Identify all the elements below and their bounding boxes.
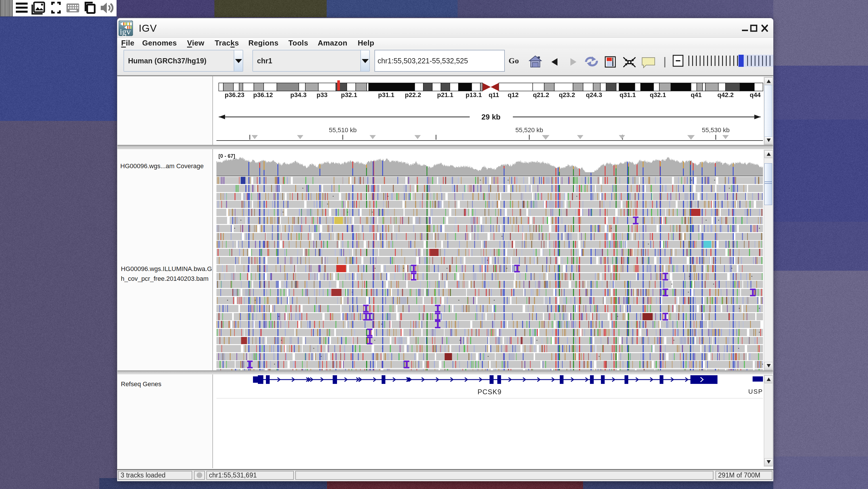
svg-text:q44: q44 — [750, 91, 761, 98]
svg-text:q42.2: q42.2 — [717, 91, 734, 98]
svg-text:55,530 kb: 55,530 kb — [702, 126, 730, 134]
svg-text:p13.1: p13.1 — [466, 91, 482, 98]
svg-text:q31.1: q31.1 — [620, 91, 636, 98]
svg-text:q11: q11 — [489, 91, 499, 98]
svg-text:p21.1: p21.1 — [437, 91, 453, 98]
svg-text:p22.2: p22.2 — [405, 91, 421, 98]
svg-text:q23.2: q23.2 — [559, 91, 575, 98]
svg-text:55,510 kb: 55,510 kb — [329, 126, 357, 134]
svg-text:p36.23: p36.23 — [225, 91, 245, 98]
svg-text:q12: q12 — [508, 91, 519, 98]
svg-text:p34.3: p34.3 — [290, 91, 307, 98]
svg-text:p36.12: p36.12 — [253, 91, 273, 98]
svg-text:q24.3: q24.3 — [586, 91, 602, 98]
svg-text:q32.1: q32.1 — [650, 91, 666, 98]
svg-text:p33: p33 — [317, 91, 328, 98]
svg-text:q41: q41 — [691, 91, 702, 98]
svg-text:29 kb: 29 kb — [482, 113, 501, 121]
svg-text:USP2: USP2 — [748, 388, 763, 395]
svg-text:p32.1: p32.1 — [341, 91, 357, 98]
svg-text:55,520 kb: 55,520 kb — [516, 126, 544, 134]
svg-text:q21.2: q21.2 — [533, 91, 549, 98]
svg-text:PCSK9: PCSK9 — [477, 388, 502, 396]
svg-text:igv: igv — [120, 27, 131, 36]
svg-text:p31.1: p31.1 — [378, 91, 394, 98]
